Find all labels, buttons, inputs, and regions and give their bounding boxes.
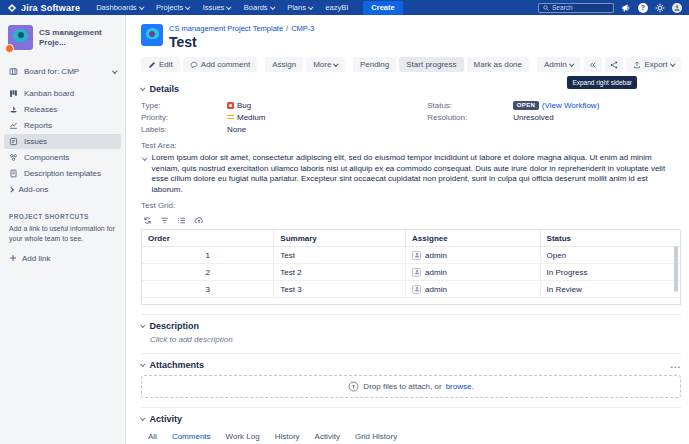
kanban-icon — [9, 89, 18, 98]
activity-section-header[interactable]: Activity — [141, 414, 681, 424]
project-name: CS management Proje... — [39, 28, 117, 47]
test-grid-toolbar — [143, 215, 681, 225]
grid-col-assignee: Assignee — [406, 230, 541, 247]
sidebar-item-description-templates[interactable]: Description templates — [4, 166, 121, 181]
global-search[interactable] — [538, 3, 614, 13]
nav-projects[interactable]: Projects — [156, 3, 190, 12]
admin-button[interactable]: Admin — [537, 57, 580, 72]
browse-link[interactable]: browse. — [446, 382, 474, 391]
list-icon[interactable] — [177, 216, 186, 225]
description-section-header[interactable]: Description — [141, 321, 681, 331]
labels-value: None — [227, 125, 246, 134]
activity-section: Activity All Comments Work Log History A… — [141, 407, 681, 444]
collapse-chevron-icon[interactable] — [142, 155, 147, 160]
details-section: Details Type: Bug Priority: Medium — [141, 81, 681, 305]
issue-avatar — [141, 24, 163, 46]
nav-plans[interactable]: Plans — [287, 3, 312, 12]
assignee-avatar — [412, 251, 421, 260]
edit-button[interactable]: Edit — [141, 57, 180, 72]
more-button[interactable]: More — [306, 57, 345, 72]
grid-col-order: Order — [142, 230, 274, 247]
mark-as-done-button[interactable]: Mark as done — [467, 57, 529, 72]
share-button[interactable] — [605, 57, 623, 72]
status-label: Status: — [427, 101, 513, 110]
project-shortcuts-hint: Add a link to useful information for you… — [9, 224, 116, 244]
collapse-chevron-icon — [140, 323, 145, 328]
assign-button[interactable]: Assign — [265, 57, 303, 72]
nav-dashboards[interactable]: Dashboards — [96, 3, 143, 12]
tab-comments[interactable]: Comments — [171, 430, 212, 444]
test-grid-label: Test Grid: — [141, 201, 681, 210]
resolution-value: Unresolved — [513, 113, 553, 122]
issue-title: Test — [169, 34, 315, 50]
tab-work-log[interactable]: Work Log — [225, 430, 261, 444]
components-icon — [9, 153, 18, 162]
priority-label: Priority: — [141, 113, 227, 122]
help-icon[interactable]: ? — [638, 3, 648, 13]
type-value: Bug — [227, 101, 251, 110]
sidebar-item-kanban-board[interactable]: Kanban board — [4, 86, 121, 101]
ship-icon — [9, 105, 18, 114]
attachments-section: Attachments ... Drop files to attach, or… — [141, 353, 681, 398]
jira-logo-icon — [7, 3, 17, 13]
add-comment-button[interactable]: Add comment — [183, 57, 257, 72]
table-row[interactable]: 2 Test 2 admin In Progress — [142, 264, 680, 281]
chevron-down-icon — [112, 68, 117, 73]
add-link-button[interactable]: Add link — [9, 254, 116, 263]
nav-issues[interactable]: Issues — [203, 3, 231, 12]
search-icon — [543, 5, 549, 11]
test-area-text: Lorem ipsum dolor sit amet, consectetur … — [152, 153, 682, 195]
attachments-more-button[interactable]: ... — [670, 360, 681, 370]
refresh-icon[interactable] — [143, 216, 152, 225]
chevron-down-icon — [270, 4, 275, 9]
grid-col-status: Status — [540, 230, 680, 247]
nav-boards[interactable]: Boards — [244, 3, 274, 12]
labels-label: Labels: — [141, 125, 227, 134]
filter-icon[interactable] — [160, 216, 169, 225]
megaphone-icon[interactable] — [621, 3, 631, 13]
sidebar-item-components[interactable]: Components — [4, 150, 121, 165]
pending-button[interactable]: Pending — [353, 57, 396, 72]
attachments-section-header[interactable]: Attachments ... — [141, 360, 681, 370]
activity-tabs: All Comments Work Log History Activity G… — [147, 430, 681, 444]
sidebar-item-reports[interactable]: Reports — [4, 118, 121, 133]
grid-col-summary: Summary — [274, 230, 406, 247]
project-badge-icon — [5, 44, 14, 53]
tab-history[interactable]: History — [274, 430, 301, 444]
nav-eazybi[interactable]: eazyBI — [325, 3, 348, 12]
view-workflow-link[interactable]: (View Workflow) — [542, 101, 600, 110]
sidebar-item-issues[interactable]: Issues — [4, 134, 121, 149]
attachments-dropzone[interactable]: Drop files to attach, or browse. — [141, 375, 681, 398]
table-row[interactable]: 3 Test 3 admin In Review — [142, 281, 680, 298]
start-progress-button[interactable]: Start progress — [399, 57, 463, 72]
sidebar-item-releases[interactable]: Releases — [4, 102, 121, 117]
table-row[interactable]: 1 Test admin Open — [142, 247, 680, 264]
collapse-sidebar-button[interactable] — [584, 57, 602, 72]
export-button[interactable]: Export — [626, 57, 681, 72]
breadcrumb-project-link[interactable]: CS management Project Template — [169, 24, 283, 33]
grid-header-row: Order Summary Assignee Status — [142, 230, 680, 247]
resolution-label: Resolution: — [427, 113, 513, 122]
grid-scrollbar[interactable] — [674, 246, 678, 292]
gear-icon[interactable] — [655, 3, 665, 13]
tooltip-expand-right-sidebar: Expand right sidebar — [567, 76, 637, 89]
priority-medium-icon — [227, 115, 234, 120]
jira-logo[interactable]: Jira Software — [7, 3, 80, 13]
add-description-placeholder[interactable]: Click to add description — [150, 335, 681, 344]
search-input[interactable] — [552, 4, 609, 11]
tab-grid-history[interactable]: Grid History — [354, 430, 398, 444]
sidebar-board-selector[interactable]: Board for: CMP — [4, 64, 121, 79]
status-badge: OPEN — [513, 101, 539, 110]
breadcrumb-issue-link[interactable]: CMP-3 — [291, 24, 314, 33]
tab-all[interactable]: All — [147, 430, 158, 444]
tab-activity[interactable]: Activity — [314, 430, 341, 444]
cloud-download-icon[interactable] — [194, 215, 204, 225]
chevron-down-icon — [139, 4, 144, 9]
user-avatar[interactable] — [672, 3, 682, 13]
cloud-upload-icon — [348, 381, 359, 392]
issue-view: CS management Project Template / CMP-3 T… — [127, 15, 689, 444]
chart-icon — [9, 121, 18, 130]
breadcrumb: CS management Project Template / CMP-3 — [169, 24, 315, 33]
sidebar-item-add-ons[interactable]: Add-ons — [4, 182, 121, 197]
create-button[interactable]: Create — [363, 1, 402, 15]
